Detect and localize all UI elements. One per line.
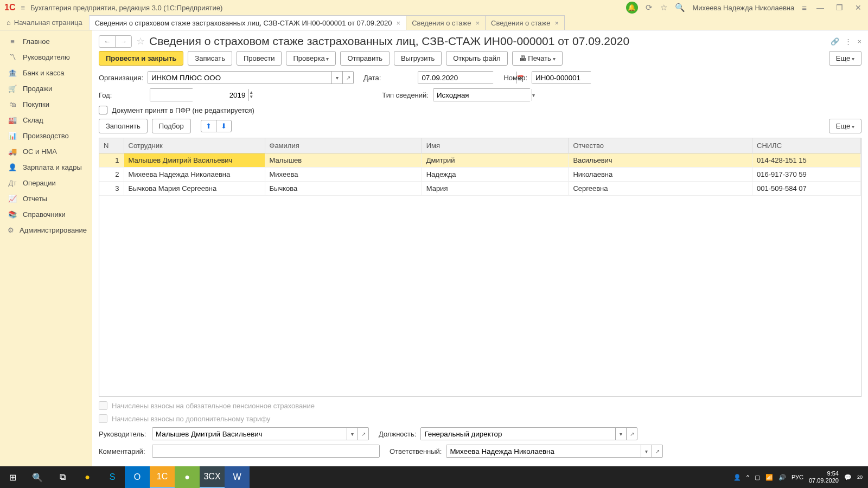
- open-icon[interactable]: ↗: [652, 445, 662, 457]
- open-file-button[interactable]: Открыть файл: [446, 51, 507, 66]
- type-input[interactable]: [433, 89, 532, 101]
- home-tab[interactable]: ⌂ Начальная страница: [0, 15, 90, 30]
- sidebar-item-3[interactable]: 🛒Продажи: [0, 81, 92, 97]
- sidebar-item-4[interactable]: 🛍Покупки: [0, 97, 92, 112]
- comment-input[interactable]: [152, 445, 379, 457]
- post-and-close-button[interactable]: Провести и закрыть: [99, 51, 183, 66]
- close-icon[interactable]: ×: [554, 19, 559, 27]
- sidebar-item-1[interactable]: 〽Руководителю: [0, 49, 92, 65]
- move-up-button[interactable]: ⬆: [201, 120, 216, 132]
- head-field[interactable]: ▾ ↗: [152, 427, 369, 440]
- more-button[interactable]: Еще: [829, 51, 861, 66]
- current-user[interactable]: Михеева Надежда Николаевна: [693, 4, 795, 12]
- sidebar-item-6[interactable]: 📊Производство: [0, 128, 92, 144]
- close-button[interactable]: ✕: [853, 3, 864, 12]
- notifications-center-icon[interactable]: 💬: [844, 474, 852, 481]
- volume-icon[interactable]: 🔊: [778, 474, 786, 481]
- employees-table[interactable]: N Сотрудник Фамилия Имя Отчество СНИЛС 1…: [99, 138, 861, 397]
- minimize-button[interactable]: —: [814, 3, 826, 12]
- table-row[interactable]: 2 Михеева Надежда Николаевна Михеева Над…: [99, 168, 861, 182]
- lang-indicator[interactable]: РУС: [792, 474, 803, 480]
- star-icon[interactable]: ☆: [660, 3, 667, 12]
- sidebar-item-2[interactable]: 🏦Банк и касса: [0, 65, 92, 81]
- position-field[interactable]: ▾ ↗: [420, 427, 637, 440]
- type-field[interactable]: ▾: [433, 88, 531, 101]
- col-name[interactable]: Имя: [422, 138, 569, 153]
- col-n[interactable]: N: [99, 138, 124, 153]
- open-icon[interactable]: ↗: [342, 72, 353, 84]
- app-icon-1[interactable]: ●: [175, 466, 200, 488]
- 1c-icon[interactable]: 1C: [150, 466, 175, 488]
- history-icon[interactable]: ⟳: [646, 3, 653, 12]
- sidebar-item-11[interactable]: 📚Справочники: [0, 207, 92, 222]
- date-field[interactable]: 📅: [418, 71, 494, 84]
- tab-inactive-1[interactable]: Сведения о стаже ×: [406, 15, 486, 30]
- back-button[interactable]: ←: [99, 36, 115, 47]
- export-button[interactable]: Выгрузить: [394, 51, 442, 66]
- maximize-button[interactable]: ❐: [834, 3, 845, 12]
- outlook-icon[interactable]: O: [125, 466, 150, 488]
- org-field[interactable]: ▾ ↗: [148, 71, 354, 84]
- print-button[interactable]: 🖶 Печать: [512, 51, 563, 66]
- year-input[interactable]: [150, 89, 248, 101]
- dropdown-icon[interactable]: ▾: [615, 428, 626, 440]
- more-icon[interactable]: ⋮: [845, 37, 852, 46]
- send-button[interactable]: Отправить: [340, 51, 389, 66]
- move-down-button[interactable]: ⬇: [216, 120, 231, 132]
- select-button[interactable]: Подбор: [152, 119, 191, 133]
- close-icon[interactable]: ×: [397, 19, 401, 27]
- more-button-2[interactable]: Еще: [829, 119, 861, 133]
- date-input[interactable]: [418, 72, 516, 84]
- number-input[interactable]: [532, 72, 630, 84]
- dropdown-icon[interactable]: ▾: [347, 428, 358, 440]
- tray-up-icon[interactable]: ^: [746, 474, 749, 480]
- tab-active[interactable]: Сведения о страховом стаже застрахованны…: [90, 15, 407, 30]
- col-employee[interactable]: Сотрудник: [124, 138, 265, 153]
- word-icon[interactable]: W: [225, 466, 250, 488]
- sidebar-item-10[interactable]: 📈Отчеты: [0, 191, 92, 207]
- sidebar-item-0[interactable]: ≡Главное: [0, 34, 92, 49]
- check-button[interactable]: Проверка: [286, 51, 336, 66]
- open-icon[interactable]: ↗: [626, 428, 637, 440]
- start-button[interactable]: ⊞: [0, 466, 25, 488]
- hamburger-icon[interactable]: ≡: [21, 4, 25, 12]
- sidebar-item-5[interactable]: 🏭Склад: [0, 112, 92, 128]
- responsible-field[interactable]: ▾ ↗: [446, 445, 663, 458]
- year-field[interactable]: ▲▼: [150, 88, 193, 101]
- col-patronymic[interactable]: Отчество: [569, 138, 752, 153]
- notifications-icon[interactable]: 🔔: [626, 2, 638, 14]
- table-row[interactable]: 3 Бычкова Мария Сергеевна Бычкова Мария …: [99, 182, 861, 196]
- link-icon[interactable]: 🔗: [831, 37, 839, 46]
- app-icon-2[interactable]: 3CX: [200, 466, 225, 488]
- task-search[interactable]: 🔍: [25, 466, 50, 488]
- sidebar-item-9[interactable]: ДтОперации: [0, 175, 92, 191]
- people-icon[interactable]: 👤: [733, 474, 741, 481]
- col-snils[interactable]: СНИЛС: [752, 138, 861, 153]
- comment-field[interactable]: [152, 445, 380, 458]
- dropdown-icon[interactable]: ▾: [641, 445, 652, 457]
- post-button[interactable]: Провести: [237, 51, 282, 66]
- write-button[interactable]: Записать: [188, 51, 232, 66]
- sidebar-item-12[interactable]: ⚙Администрирование: [0, 222, 92, 238]
- clock[interactable]: 9:54 07.09.2020: [809, 470, 839, 484]
- fill-button[interactable]: Заполнить: [99, 119, 148, 133]
- sidebar-item-8[interactable]: 👤Зарплата и кадры: [0, 159, 92, 175]
- network-icon[interactable]: 📶: [765, 474, 773, 481]
- settings-icon[interactable]: ≡: [802, 3, 807, 12]
- head-input[interactable]: [152, 428, 347, 440]
- table-row[interactable]: 1 Малышев Дмитрий Васильевич Малышев Дми…: [99, 153, 861, 168]
- dropdown-icon[interactable]: ▾: [532, 89, 535, 101]
- spinner-icon[interactable]: ▲▼: [248, 89, 253, 101]
- close-icon[interactable]: ×: [475, 19, 480, 27]
- sidebar-item-7[interactable]: 🚚ОС и НМА: [0, 144, 92, 159]
- org-input[interactable]: [148, 72, 331, 84]
- chrome-icon[interactable]: ●: [75, 466, 100, 488]
- position-input[interactable]: [421, 428, 615, 440]
- dropdown-icon[interactable]: ▾: [331, 72, 342, 84]
- pfr-accepted-checkbox[interactable]: [99, 106, 107, 114]
- forward-button[interactable]: →: [115, 36, 131, 47]
- favorite-icon[interactable]: ☆: [136, 35, 145, 47]
- open-icon[interactable]: ↗: [358, 428, 368, 440]
- tab-inactive-2[interactable]: Сведения о стаже ×: [486, 15, 565, 30]
- task-view[interactable]: ⧉: [50, 466, 75, 488]
